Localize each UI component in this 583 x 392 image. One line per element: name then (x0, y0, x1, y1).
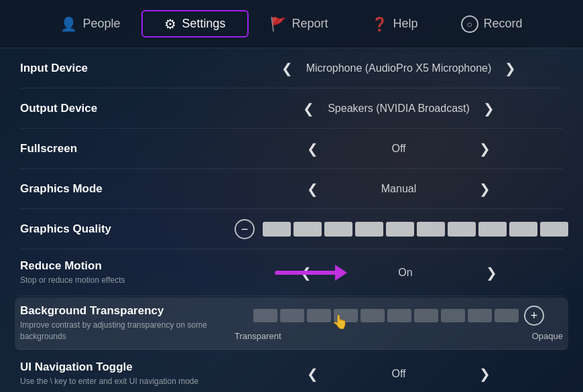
graphics-quality-decrease[interactable]: − (235, 219, 255, 239)
fullscreen-control: ❮ Off ❯ (235, 139, 563, 158)
input-device-prev[interactable]: ❮ (276, 59, 298, 78)
nav-label-record: Record (484, 17, 523, 31)
ui-navigation-value: Off (332, 368, 466, 380)
ui-navigation-toggle-label: UI Navigation Toggle (20, 361, 235, 374)
bg-label-opaque: Opaque (532, 331, 563, 341)
setting-label-col: Graphics Mode (20, 182, 235, 196)
nav-label-people: People (82, 17, 120, 31)
fullscreen-prev[interactable]: ❮ (302, 139, 324, 158)
setting-row-reduce-motion: Reduce Motion Stop or reduce motion effe… (20, 249, 563, 296)
bg-seg-10 (495, 309, 519, 322)
settings-icon: ⚙ (164, 17, 176, 31)
seg-8 (478, 222, 507, 237)
graphics-quality-control: − (235, 219, 568, 239)
nav-label-help: Help (393, 17, 418, 31)
input-device-control: ❮ Microphone (AudioPro X5 Microphone) ❯ (235, 59, 563, 78)
nav-item-settings[interactable]: ⚙ Settings (141, 10, 248, 38)
background-transparency-labels: Transparent Opaque (235, 331, 563, 341)
report-icon: 🚩 (270, 17, 287, 31)
setting-label-col: Output Device (20, 102, 235, 115)
background-transparency-increase[interactable]: + (524, 306, 544, 326)
graphics-quality-slider[interactable] (263, 222, 568, 237)
setting-row-fullscreen: Fullscreen ❮ Off ❯ (20, 129, 563, 169)
navigation-bar: 👤 People ⚙ Settings 🚩 Report ❓ Help ○ Re… (0, 0, 583, 48)
help-icon: ❓ (371, 17, 388, 31)
seg-4 (355, 222, 383, 237)
reduce-motion-control: ❮ On ❯ (235, 263, 563, 282)
setting-label-col: Graphics Quality (20, 222, 235, 236)
seg-5 (386, 222, 414, 237)
setting-label-col: Input Device (20, 62, 235, 75)
output-device-label: Output Device (20, 102, 235, 115)
seg-3 (324, 222, 352, 237)
bg-seg-1 (253, 309, 277, 322)
fullscreen-label: Fullscreen (20, 142, 235, 155)
setting-row-ui-navigation-toggle: UI Navigation Toggle Use the \ key to en… (20, 351, 563, 392)
ui-navigation-prev[interactable]: ❮ (302, 365, 324, 383)
output-device-next[interactable]: ❯ (478, 99, 500, 118)
setting-row-graphics-quality: Graphics Quality − (20, 209, 563, 249)
graphics-mode-prev[interactable]: ❮ (302, 180, 324, 198)
bg-label-transparent: Transparent (235, 331, 281, 341)
background-transparency-label: Background Transparency (20, 304, 235, 318)
setting-label-col: UI Navigation Toggle Use the \ key to en… (20, 361, 235, 387)
graphics-mode-value: Manual (332, 183, 466, 195)
bg-seg-8 (441, 309, 465, 322)
setting-label-col: Reduce Motion Stop or reduce motion effe… (20, 259, 235, 286)
reduce-motion-value: On (338, 267, 472, 279)
bg-seg-3 (307, 309, 331, 322)
seg-1 (263, 222, 291, 237)
seg-9 (509, 222, 537, 237)
graphics-mode-control: ❮ Manual ❯ (235, 180, 563, 198)
output-device-value: Speakers (NVIDIA Broadcast) (328, 103, 470, 115)
fullscreen-value: Off (332, 143, 466, 155)
output-device-prev[interactable]: ❮ (298, 99, 320, 118)
nav-label-settings: Settings (182, 17, 225, 31)
input-device-next[interactable]: ❯ (499, 59, 521, 78)
record-icon: ○ (461, 15, 478, 33)
fullscreen-next[interactable]: ❯ (474, 139, 496, 158)
background-transparency-sublabel: Improve contrast by adjusting transparen… (20, 320, 208, 342)
setting-row-graphics-mode: Graphics Mode ❮ Manual ❯ (20, 169, 563, 209)
cursor-hand-icon: 👆 (332, 314, 348, 330)
ui-navigation-next[interactable]: ❯ (474, 365, 496, 383)
bg-seg-5 (361, 309, 385, 322)
nav-item-help[interactable]: ❓ Help (350, 11, 440, 36)
input-device-value: Microphone (AudioPro X5 Microphone) (306, 62, 492, 74)
people-icon: 👤 (60, 17, 77, 31)
ui-navigation-toggle-sublabel: Use the \ key to enter and exit UI navig… (20, 376, 208, 387)
setting-row-output-device: Output Device ❮ Speakers (NVIDIA Broadca… (20, 88, 563, 129)
seg-7 (448, 222, 476, 237)
arrow-head (335, 265, 347, 281)
nav-label-report: Report (292, 17, 328, 31)
graphics-mode-next[interactable]: ❯ (474, 180, 496, 198)
arrow-shaft (275, 271, 335, 275)
reduce-motion-next[interactable]: ❯ (480, 263, 503, 282)
ui-navigation-toggle-control: ❮ Off ❯ (235, 365, 563, 383)
settings-panel: Input Device ❮ Microphone (AudioPro X5 M… (0, 48, 583, 392)
setting-label-col: Fullscreen (20, 142, 235, 155)
setting-label-col: Background Transparency Improve contrast… (20, 304, 235, 342)
graphics-mode-label: Graphics Mode (20, 182, 235, 196)
reduce-motion-label: Reduce Motion (20, 259, 235, 273)
background-transparency-slider[interactable] (253, 309, 519, 322)
seg-6 (417, 222, 445, 237)
bg-seg-7 (414, 309, 438, 322)
seg-10 (540, 222, 568, 237)
input-device-label: Input Device (20, 62, 235, 75)
nav-item-report[interactable]: 🚩 Report (249, 11, 350, 36)
graphics-quality-label: Graphics Quality (20, 222, 235, 236)
reduce-motion-sublabel: Stop or reduce motion effects (20, 275, 208, 286)
nav-item-people[interactable]: 👤 People (39, 11, 141, 36)
bg-seg-6 (387, 309, 411, 322)
background-transparency-control: + 👆 Transparent Opaque (235, 306, 563, 341)
setting-row-background-transparency: Background Transparency Improve contrast… (15, 298, 568, 350)
output-device-control: ❮ Speakers (NVIDIA Broadcast) ❯ (235, 99, 563, 118)
bg-seg-2 (280, 309, 304, 322)
bg-seg-9 (468, 309, 492, 322)
nav-item-record[interactable]: ○ Record (440, 10, 544, 38)
reduce-motion-arrow-annotation (275, 265, 347, 281)
setting-row-input-device: Input Device ❮ Microphone (AudioPro X5 M… (20, 48, 563, 88)
seg-2 (294, 222, 322, 237)
